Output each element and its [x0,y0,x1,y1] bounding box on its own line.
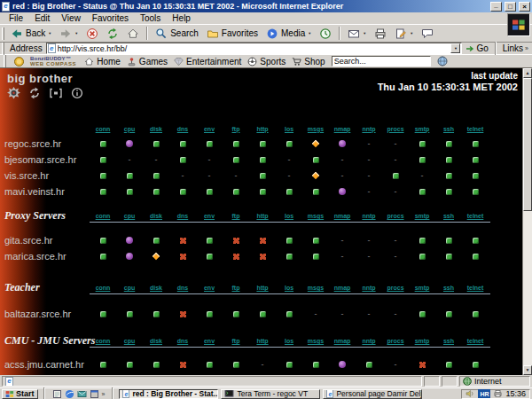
status-green-icon[interactable] [233,311,239,317]
status-green-icon[interactable] [446,173,452,179]
status-green-icon[interactable] [446,189,452,195]
ql-mail-icon[interactable] [77,389,87,399]
status-green-icon[interactable] [207,141,213,147]
status-green-icon[interactable] [207,362,213,368]
column-header-msgs[interactable]: msgs [302,285,329,291]
clock[interactable]: 15:36 [505,389,526,398]
status-green-icon[interactable] [100,173,106,179]
column-header-conn[interactable]: conn [90,338,116,344]
status-red-icon[interactable] [180,362,186,368]
menu-item-file[interactable]: File [9,13,23,23]
task-button-tera-term[interactable]: Tera Term - regoc VT [221,389,320,399]
column-header-msgs[interactable]: msgs [302,213,329,219]
menu-item-favorites[interactable]: Favorites [92,13,129,23]
status-green-icon[interactable] [366,362,372,368]
status-green-icon[interactable] [473,189,479,195]
column-header-nntp[interactable]: nntp [356,213,382,219]
status-green-icon[interactable] [233,157,239,163]
status-red-icon[interactable] [233,254,239,260]
column-header-nntp[interactable]: nntp [356,285,382,291]
bonzi-home-button[interactable]: Home [84,57,121,66]
info-icon[interactable] [71,87,83,99]
status-green-icon[interactable] [473,254,479,260]
print-button[interactable] [371,26,390,42]
column-header-procs[interactable]: procs [382,213,409,219]
status-red-icon[interactable] [419,362,426,368]
column-header-telnet[interactable]: telnet [462,213,489,219]
scroll-down-button[interactable]: ▼ [523,365,532,375]
mail-button[interactable]: ▼ [344,26,370,42]
status-green-icon[interactable] [260,141,266,147]
volume-icon[interactable] [466,389,475,398]
column-header-los[interactable]: los [276,126,302,132]
status-green-icon[interactable] [260,173,266,179]
status-green-icon[interactable] [233,141,239,147]
status-green-icon[interactable] [446,238,452,244]
column-header-smtp[interactable]: smtp [409,338,435,344]
column-header-dns[interactable]: dns [169,338,196,344]
status-green-icon[interactable] [286,254,293,260]
status-purple-icon[interactable] [339,361,346,368]
column-header-env[interactable]: env [196,126,223,132]
status-green-icon[interactable] [180,157,186,163]
status-green-icon[interactable] [419,311,426,317]
status-green-icon[interactable] [446,141,452,147]
column-header-ftp[interactable]: ftp [223,285,249,291]
view-monitor-icon[interactable] [49,87,63,99]
status-green-icon[interactable] [286,362,293,368]
status-yellow-icon[interactable] [312,140,319,147]
column-header-dns[interactable]: dns [169,126,196,132]
column-header-nmap[interactable]: nmap [329,338,356,344]
column-header-nmap[interactable]: nmap [329,213,356,219]
column-header-env[interactable]: env [196,285,223,291]
chevron-icon[interactable]: » [102,391,106,397]
task-button-personal-page[interactable]: e Personal page Damir Delj... [323,389,422,399]
status-green-icon[interactable] [153,238,160,244]
bonzi-shop-button[interactable]: Shop [292,57,325,66]
column-header-los[interactable]: los [276,285,302,291]
status-green-icon[interactable] [100,362,106,368]
status-green-icon[interactable] [153,362,160,368]
dropdown-caret-icon[interactable]: ▼ [363,32,366,35]
status-green-icon[interactable] [233,189,239,195]
column-header-dns[interactable]: dns [169,285,196,291]
ql-internet-explorer-icon[interactable] [65,389,74,399]
status-red-icon[interactable] [180,254,186,260]
media-button[interactable]: Media ▼ [262,26,315,42]
ql-show-desktop-icon[interactable] [52,389,62,399]
status-yellow-icon[interactable] [153,253,160,260]
column-header-http[interactable]: http [249,126,276,132]
column-header-telnet[interactable]: telnet [462,126,489,132]
status-green-icon[interactable] [446,254,452,260]
status-green-icon[interactable] [127,311,133,317]
column-header-disk[interactable]: disk [143,285,169,291]
status-green-icon[interactable] [207,254,213,260]
menu-item-view[interactable]: View [61,13,81,23]
restore-button[interactable]: □ [505,2,516,12]
status-green-icon[interactable] [153,141,160,147]
status-red-icon[interactable] [260,254,266,260]
status-green-icon[interactable] [419,189,426,195]
status-green-icon[interactable] [100,157,106,163]
search-button[interactable]: Search [152,26,202,42]
back-button[interactable]: Back ▼ [7,26,55,42]
scrollbar-thumb[interactable] [523,78,532,211]
status-purple-icon[interactable] [126,140,133,147]
column-header-nntp[interactable]: nntp [356,338,382,344]
scroll-up-button[interactable]: ▲ [523,68,532,78]
column-header-nmap[interactable]: nmap [329,126,356,132]
status-green-icon[interactable] [180,189,186,195]
column-header-ftp[interactable]: ftp [223,338,249,344]
column-header-conn[interactable]: conn [90,285,116,291]
column-header-cpu[interactable]: cpu [116,338,143,344]
bonzi-search-input[interactable] [334,57,428,66]
column-header-env[interactable]: env [196,213,223,219]
status-green-icon[interactable] [260,157,266,163]
column-header-env[interactable]: env [196,338,223,344]
status-green-icon[interactable] [473,157,479,163]
column-header-telnet[interactable]: telnet [462,338,489,344]
column-header-ssh[interactable]: ssh [435,126,462,132]
status-green-icon[interactable] [260,311,266,317]
column-header-conn[interactable]: conn [90,126,116,132]
task-button-big-brother[interactable]: e red : Big Brother - Stat... [119,389,218,399]
